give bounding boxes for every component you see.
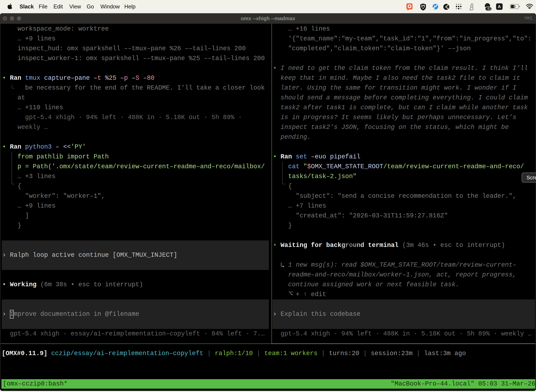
svg-text:..61: ..61 bbox=[486, 7, 491, 10]
svg-text:A: A bbox=[498, 4, 501, 9]
